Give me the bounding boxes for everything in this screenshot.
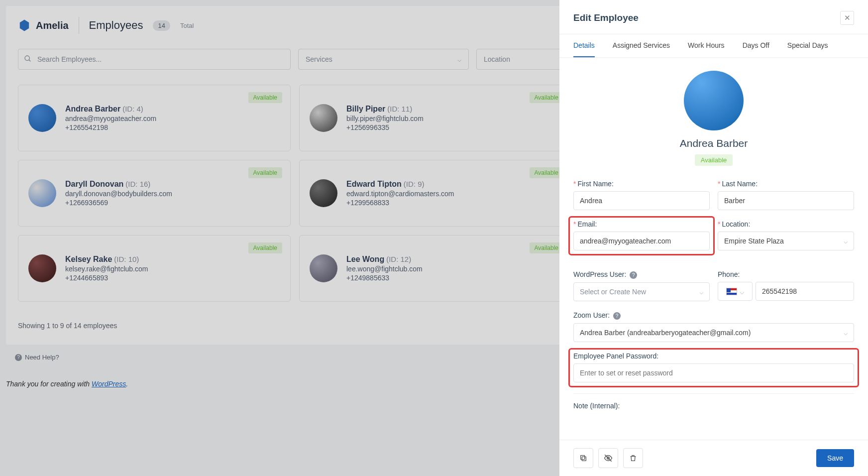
email-input[interactable] <box>573 232 710 250</box>
location-label: *Location: <box>718 220 854 228</box>
divider <box>573 393 854 394</box>
delete-button[interactable] <box>623 448 643 468</box>
employee-avatar-large[interactable] <box>684 71 744 130</box>
copy-icon <box>579 454 587 462</box>
save-button[interactable]: Save <box>816 449 854 467</box>
trash-icon <box>629 454 637 462</box>
phone-country-select[interactable]: ⌵ <box>718 282 753 301</box>
phone-input[interactable] <box>756 282 854 301</box>
us-flag-icon <box>726 288 737 295</box>
first-name-input[interactable] <box>573 191 710 210</box>
location-select[interactable]: Empire State Plaza⌵ <box>718 232 854 250</box>
password-label: Employee Panel Password: <box>573 352 854 360</box>
note-label: Note (Internal): <box>573 402 854 410</box>
wp-user-placeholder: Select or Create New <box>580 288 646 296</box>
phone-label: Phone: <box>718 270 854 278</box>
chevron-down-icon: ⌵ <box>844 329 848 337</box>
svg-rect-3 <box>581 456 585 460</box>
tab-work-hours[interactable]: Work Hours <box>688 34 725 57</box>
tab-days-off[interactable]: Days Off <box>743 34 769 57</box>
duplicate-button[interactable] <box>573 448 593 468</box>
tab-details[interactable]: Details <box>573 34 595 57</box>
employee-status-badge: Available <box>695 154 733 166</box>
tab-special-days[interactable]: Special Days <box>787 34 828 57</box>
email-label: *Email: <box>573 220 710 228</box>
tab-assigned-services[interactable]: Assigned Services <box>613 34 670 57</box>
zoom-user-value: Andrea Barber (andreabarberyogateacher@g… <box>580 329 751 337</box>
last-name-input[interactable] <box>718 191 854 210</box>
zoom-user-select[interactable]: Andrea Barber (andreabarberyogateacher@g… <box>573 323 854 342</box>
chevron-down-icon: ⌵ <box>699 288 703 296</box>
wp-user-select[interactable]: Select or Create New⌵ <box>573 282 710 301</box>
chevron-down-icon: ⌵ <box>844 237 848 245</box>
zoom-user-label: Zoom User: ? <box>573 311 854 320</box>
close-icon: ✕ <box>844 13 851 22</box>
chevron-down-icon: ⌵ <box>740 287 745 296</box>
svg-rect-2 <box>582 457 586 461</box>
eye-off-icon <box>604 454 613 463</box>
help-icon[interactable]: ? <box>630 271 637 279</box>
employee-name-large: Andrea Barber <box>573 137 854 149</box>
help-icon[interactable]: ? <box>613 312 621 320</box>
first-name-label: *First Name: <box>573 180 710 188</box>
close-button[interactable]: ✕ <box>840 11 854 25</box>
hide-button[interactable] <box>598 448 618 468</box>
last-name-label: *Last Name: <box>718 180 854 188</box>
panel-title: Edit Employee <box>573 12 639 23</box>
password-input[interactable] <box>573 363 854 382</box>
location-value: Empire State Plaza <box>724 237 784 245</box>
edit-employee-panel: Edit Employee ✕ Details Assigned Service… <box>559 0 868 476</box>
wp-user-label: WordPress User: ? <box>573 270 710 279</box>
